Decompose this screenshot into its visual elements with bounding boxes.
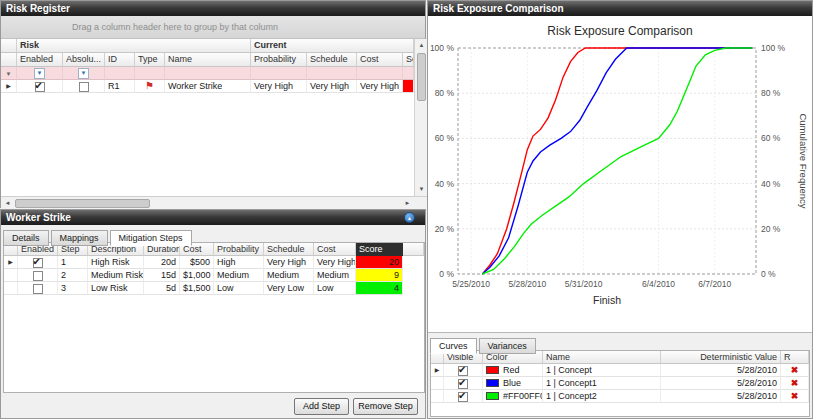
step-duration-cell[interactable]: 5d bbox=[144, 282, 180, 295]
risk-row-r1[interactable]: ▶ R1 ⚑ Worker Strike Very High Very High… bbox=[1, 80, 414, 93]
filter-funnel-icon[interactable]: ▼ bbox=[34, 68, 45, 79]
col-deterministic-value[interactable]: Deterministic Value bbox=[661, 351, 781, 364]
risk-cost-cell[interactable]: Very High bbox=[357, 80, 403, 93]
step-number-cell[interactable]: 3 bbox=[58, 282, 88, 295]
delete-curve-button[interactable]: ✖ bbox=[781, 390, 809, 403]
tab-mitigation-steps[interactable]: Mitigation Steps bbox=[110, 230, 192, 246]
enabled-checkbox[interactable] bbox=[33, 284, 43, 294]
step-enabled-cell[interactable] bbox=[18, 256, 58, 269]
curve-visible-cell[interactable] bbox=[444, 390, 483, 403]
step-duration-cell[interactable]: 15d bbox=[144, 269, 180, 282]
step-description-cell[interactable]: Low Risk bbox=[88, 282, 144, 295]
mitigation-step-row[interactable]: ▶ 1 High Risk 20d $500 High Very High Ve… bbox=[4, 256, 424, 269]
visible-checkbox[interactable] bbox=[458, 379, 468, 389]
curve-visible-cell[interactable] bbox=[444, 377, 483, 390]
curve-deterministic-cell[interactable]: 5/28/2010 bbox=[661, 364, 781, 377]
filter-cell[interactable] bbox=[251, 67, 307, 80]
step-schedule-cell[interactable]: Medium bbox=[264, 269, 314, 282]
delete-curve-button[interactable]: ✖ bbox=[781, 364, 809, 377]
risk-type-cell[interactable]: ⚑ bbox=[135, 80, 165, 93]
band-current[interactable]: Current bbox=[251, 39, 414, 53]
col-probability[interactable]: Probability bbox=[251, 53, 307, 67]
step-cost-cell[interactable]: $1,500 bbox=[180, 282, 214, 295]
curve-name-cell[interactable]: 1 | Concept2 bbox=[543, 390, 661, 403]
curve-name-cell[interactable]: 1 | Concept bbox=[543, 364, 661, 377]
absolute-checkbox[interactable] bbox=[79, 82, 89, 92]
curve-row[interactable]: ▶ Red 1 | Concept 5/28/2010 ✖ bbox=[431, 364, 809, 377]
step-schedule-cell[interactable]: Very High bbox=[264, 256, 314, 269]
register-vertical-scrollbar[interactable]: ▲ ▼ bbox=[414, 39, 427, 196]
step-cost-cell[interactable]: $500 bbox=[180, 256, 214, 269]
tab-curves[interactable]: Curves bbox=[430, 338, 477, 354]
col-absolute[interactable]: Absolu... bbox=[63, 53, 105, 67]
step-number-cell[interactable]: 1 bbox=[58, 256, 88, 269]
step-cost2-cell[interactable]: Medium bbox=[314, 269, 356, 282]
step-cost2-cell[interactable]: Very High bbox=[314, 256, 356, 269]
step-probability-cell[interactable]: Medium bbox=[214, 269, 264, 282]
enabled-checkbox[interactable] bbox=[35, 82, 45, 92]
step-duration-cell[interactable]: 20d bbox=[144, 256, 180, 269]
remove-step-button[interactable]: Remove Step bbox=[353, 398, 418, 415]
filter-cell[interactable] bbox=[165, 67, 251, 80]
band-risk[interactable]: Risk bbox=[17, 39, 251, 53]
filter-cell[interactable] bbox=[135, 67, 165, 80]
step-number-cell[interactable]: 2 bbox=[58, 269, 88, 282]
horizontal-scroll-thumb[interactable] bbox=[15, 199, 150, 208]
mitigation-step-row[interactable]: 3 Low Risk 5d $1,500 Low Very Low Low 4 bbox=[4, 282, 424, 295]
group-by-area[interactable]: Drag a column header here to group by th… bbox=[1, 16, 425, 39]
step-enabled-cell[interactable] bbox=[18, 282, 58, 295]
filter-cell[interactable] bbox=[307, 67, 357, 80]
curve-name-cell[interactable]: 1 | Concept1 bbox=[543, 377, 661, 390]
delete-curve-button[interactable]: ✖ bbox=[781, 377, 809, 390]
enabled-checkbox[interactable] bbox=[33, 271, 43, 281]
risk-id-cell[interactable]: R1 bbox=[105, 80, 135, 93]
step-cost2-cell[interactable]: Low bbox=[314, 282, 356, 295]
visible-checkbox[interactable] bbox=[458, 392, 468, 402]
collapse-panel-button[interactable]: ▲ bbox=[404, 212, 415, 223]
filter-cell[interactable] bbox=[403, 67, 414, 80]
col-score-cut[interactable]: Sc bbox=[403, 53, 414, 67]
filter-cell[interactable] bbox=[105, 67, 135, 80]
step-description-cell[interactable]: Medium Risk bbox=[88, 269, 144, 282]
step-enabled-cell[interactable] bbox=[18, 269, 58, 282]
col-cost[interactable]: Cost bbox=[357, 53, 403, 67]
filter-enabled-cell[interactable]: ▼ bbox=[17, 67, 63, 80]
step-probability-cell[interactable]: High bbox=[214, 256, 264, 269]
register-horizontal-scrollbar[interactable]: ◄ ► bbox=[1, 196, 427, 209]
col-cost2[interactable]: Cost bbox=[314, 243, 356, 256]
curve-color-cell[interactable]: Blue bbox=[483, 377, 543, 390]
curve-color-cell[interactable]: Red bbox=[483, 364, 543, 377]
curve-deterministic-cell[interactable]: 5/28/2010 bbox=[661, 377, 781, 390]
risk-score-cell[interactable] bbox=[403, 80, 414, 93]
vertical-scroll-thumb[interactable] bbox=[417, 53, 426, 101]
col-remove-cut[interactable]: R bbox=[781, 351, 809, 364]
step-cost-cell[interactable]: $1,000 bbox=[180, 269, 214, 282]
filter-funnel-icon[interactable]: ▼ bbox=[78, 68, 89, 79]
filter-absolute-cell[interactable]: ▼ bbox=[63, 67, 105, 80]
curve-deterministic-cell[interactable]: 5/28/2010 bbox=[661, 390, 781, 403]
risk-schedule-cell[interactable]: Very High bbox=[307, 80, 357, 93]
col-schedule[interactable]: Schedule bbox=[264, 243, 314, 256]
tab-variances[interactable]: Variances bbox=[479, 338, 536, 354]
risk-probability-cell[interactable]: Very High bbox=[251, 80, 307, 93]
mitigation-step-row[interactable]: 2 Medium Risk 15d $1,000 Medium Medium M… bbox=[4, 269, 424, 282]
step-score-cell[interactable]: 9 bbox=[356, 269, 403, 282]
col-id[interactable]: ID bbox=[105, 53, 135, 67]
curve-color-cell[interactable]: #FF00FF00 bbox=[483, 390, 543, 403]
col-name[interactable]: Name bbox=[543, 351, 661, 364]
step-probability-cell[interactable]: Low bbox=[214, 282, 264, 295]
step-schedule-cell[interactable]: Very Low bbox=[264, 282, 314, 295]
step-score-cell[interactable]: 4 bbox=[356, 282, 403, 295]
filter-cell[interactable] bbox=[357, 67, 403, 80]
curve-row[interactable]: #FF00FF00 1 | Concept2 5/28/2010 ✖ bbox=[431, 390, 809, 403]
add-step-button[interactable]: Add Step bbox=[294, 398, 349, 415]
col-schedule[interactable]: Schedule bbox=[307, 53, 357, 67]
step-score-cell[interactable]: 20 bbox=[356, 256, 403, 269]
risk-enabled-cell[interactable] bbox=[17, 80, 63, 93]
col-type[interactable]: Type bbox=[135, 53, 165, 67]
enabled-checkbox[interactable] bbox=[33, 258, 43, 268]
tab-details[interactable]: Details bbox=[3, 230, 49, 246]
risk-absolute-cell[interactable] bbox=[63, 80, 105, 93]
curve-row[interactable]: Blue 1 | Concept1 5/28/2010 ✖ bbox=[431, 377, 809, 390]
col-probability[interactable]: Probability bbox=[214, 243, 264, 256]
